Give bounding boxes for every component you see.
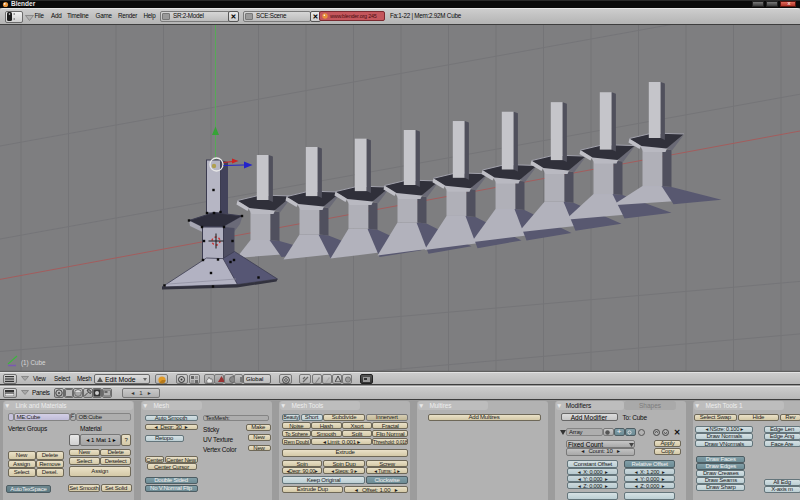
svg-text:(1) Cube: (1) Cube xyxy=(21,359,46,367)
